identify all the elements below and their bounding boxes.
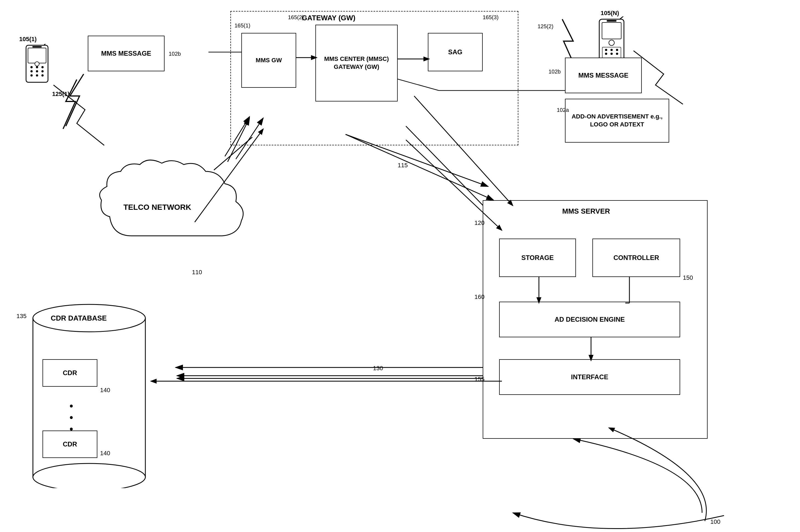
addon-ad-box: ADD-ON ADVERTISEMENT e.g., LOGO OR ADTEX… bbox=[565, 99, 669, 142]
interface-box: INTERFACE bbox=[499, 359, 680, 395]
label-105-1: 105(1) bbox=[19, 36, 37, 43]
arrow-bottom-100 bbox=[499, 420, 724, 529]
svg-rect-20 bbox=[28, 48, 46, 63]
phone-left bbox=[22, 44, 52, 93]
storage-box: STORAGE bbox=[499, 239, 576, 277]
cdr-database bbox=[27, 302, 151, 488]
label-140-1: 140 bbox=[100, 387, 110, 394]
label-165-2: 165(2) bbox=[288, 14, 304, 21]
svg-point-31 bbox=[41, 74, 44, 77]
label-102b-left: 102b bbox=[169, 51, 181, 57]
svg-point-25 bbox=[41, 66, 44, 68]
svg-point-23 bbox=[31, 66, 33, 68]
svg-rect-22 bbox=[32, 46, 42, 48]
svg-point-44 bbox=[610, 49, 613, 51]
svg-point-30 bbox=[36, 74, 38, 77]
label-gateway: GATEWAY (GW) bbox=[302, 14, 356, 22]
svg-point-46 bbox=[605, 53, 607, 55]
svg-rect-38 bbox=[602, 22, 621, 39]
svg-point-47 bbox=[610, 53, 613, 55]
line-storage-to-ade bbox=[535, 276, 551, 304]
mms-gw-box: MMS GW bbox=[241, 33, 296, 88]
line-ade-to-interface bbox=[587, 336, 603, 362]
label-135: 135 bbox=[17, 312, 26, 320]
mms-message-right: MMS MESSAGE bbox=[565, 58, 642, 93]
svg-line-60 bbox=[195, 129, 263, 222]
svg-point-32 bbox=[35, 62, 39, 66]
svg-point-28 bbox=[41, 70, 44, 72]
svg-line-39 bbox=[620, 16, 625, 19]
label-165-3: 165(3) bbox=[483, 14, 499, 21]
label-105-N: 105(N) bbox=[601, 10, 619, 17]
label-102a: 102a bbox=[557, 107, 569, 113]
diagram: 105(1) 125(1) MMS MESSAGE 102b GATEWAY (… bbox=[0, 0, 800, 532]
svg-point-26 bbox=[31, 70, 33, 72]
arrow-interface-to-cdr bbox=[148, 373, 503, 390]
arrow-mmsc-to-addon bbox=[412, 93, 521, 214]
label-160: 160 bbox=[474, 293, 484, 301]
svg-point-48 bbox=[616, 53, 618, 55]
ad-decision-engine-box: AD DECISION ENGINE bbox=[499, 302, 680, 337]
svg-point-58 bbox=[33, 463, 145, 488]
label-102b-right: 102b bbox=[549, 69, 561, 75]
arrow-mms-gw-to-mmsc bbox=[295, 49, 320, 66]
svg-line-64 bbox=[414, 96, 513, 206]
svg-point-43 bbox=[605, 49, 607, 51]
svg-point-27 bbox=[36, 70, 38, 72]
label-150: 150 bbox=[683, 274, 693, 281]
label-125-2: 125(2) bbox=[537, 23, 553, 30]
arrow-mmsc-to-sag bbox=[396, 51, 431, 67]
signal-left bbox=[62, 71, 97, 132]
label-110: 110 bbox=[192, 269, 202, 276]
sag-box: SAG bbox=[428, 33, 483, 71]
controller-box: CONTROLLER bbox=[592, 239, 680, 277]
cdr-box-2: CDR bbox=[42, 431, 97, 458]
cdr-dots: • • • bbox=[67, 400, 75, 435]
svg-rect-40 bbox=[607, 20, 616, 22]
label-130: 130 bbox=[373, 365, 383, 372]
line-ctrl-to-ade bbox=[625, 276, 642, 304]
label-140-2: 140 bbox=[100, 450, 110, 457]
svg-point-41 bbox=[609, 40, 614, 45]
svg-point-29 bbox=[31, 74, 33, 77]
arrow-telco-to-gateway bbox=[178, 118, 274, 228]
svg-point-45 bbox=[616, 49, 618, 51]
label-mms-server: MMS SERVER bbox=[562, 207, 610, 215]
mmsc-box: MMS CENTER (MMSC) GATEWAY (GW) bbox=[316, 25, 398, 101]
svg-point-24 bbox=[36, 66, 38, 68]
mms-message-left: MMS MESSAGE bbox=[88, 36, 165, 71]
cdr-box-1: CDR bbox=[42, 359, 97, 387]
label-cdr-database: CDR DATABASE bbox=[51, 314, 107, 322]
label-165-1: 165(1) bbox=[234, 22, 250, 29]
